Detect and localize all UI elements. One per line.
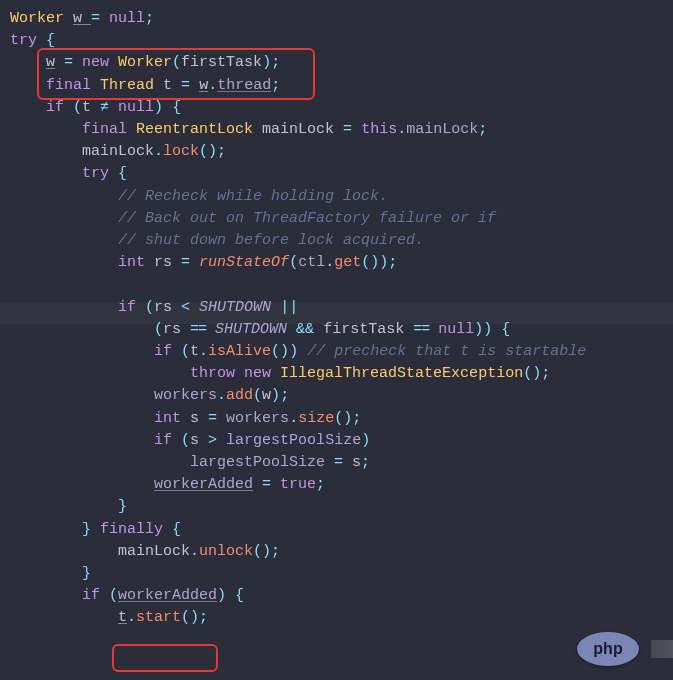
type-token: Worker — [10, 10, 64, 27]
php-logo-text: php — [593, 640, 622, 658]
var-token: w — [73, 10, 91, 27]
php-logo-badge: php — [577, 632, 639, 666]
code-block: Worker w = null; try { w = new Worker(fi… — [0, 0, 673, 642]
highlight-box-bottom — [112, 644, 218, 672]
watermark-stripe — [651, 640, 673, 658]
